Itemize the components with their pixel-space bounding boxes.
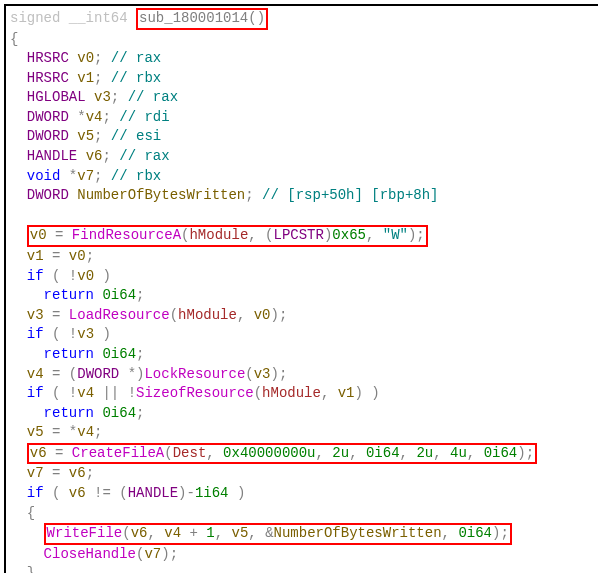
highlight-createfile: v6 = CreateFileA(Dest, 0x40000000u, 2u, … (27, 443, 537, 465)
stmt-if-v6: if ( v6 != (HANDLE)-1i64 ) (10, 484, 596, 504)
stmt-v5: v5 = *v4; (10, 423, 596, 443)
decompiled-code-block: signed __int64 sub_180001014() { HRSRC v… (4, 4, 598, 573)
return-type: signed __int64 (10, 10, 136, 26)
highlight-fn-name: sub_180001014() (136, 8, 268, 30)
stmt-v7: v7 = v6; (10, 464, 596, 484)
brace-open: { (10, 30, 596, 50)
inner-brace-close: } (10, 564, 596, 573)
stmt-findresource: v0 = FindResourceA(hModule, (LPCSTR)0x65… (10, 225, 596, 247)
fn-signature: signed __int64 sub_180001014() (10, 8, 596, 30)
decl-nbw: DWORD NumberOfBytesWritten; // [rsp+50h]… (10, 186, 596, 206)
highlight-writefile: WriteFile(v6, v4 + 1, v5, &NumberOfBytes… (44, 523, 512, 545)
decl-v6: HANDLE v6; // rax (10, 147, 596, 167)
decl-v3: HGLOBAL v3; // rax (10, 88, 596, 108)
stmt-if-v3: if ( !v3 ) (10, 325, 596, 345)
stmt-if-v4-size: if ( !v4 || !SizeofResource(hModule, v1)… (10, 384, 596, 404)
inner-brace-open: { (10, 504, 596, 524)
decl-v7: void *v7; // rbx (10, 167, 596, 187)
stmt-ret0-3: return 0i64; (10, 404, 596, 424)
stmt-loadresource: v3 = LoadResource(hModule, v0); (10, 306, 596, 326)
stmt-lockresource: v4 = (DWORD *)LockResource(v3); (10, 365, 596, 385)
stmt-ret0-2: return 0i64; (10, 345, 596, 365)
highlight-findresource: v0 = FindResourceA(hModule, (LPCSTR)0x65… (27, 225, 428, 247)
decl-v5: DWORD v5; // esi (10, 127, 596, 147)
blank-line (10, 206, 596, 226)
stmt-closehandle: CloseHandle(v7); (10, 545, 596, 565)
stmt-v1-v0: v1 = v0; (10, 247, 596, 267)
decl-v4: DWORD *v4; // rdi (10, 108, 596, 128)
fn-name: sub_180001014() (139, 10, 265, 26)
stmt-writefile: WriteFile(v6, v4 + 1, v5, &NumberOfBytes… (10, 523, 596, 545)
decl-v0: HRSRC v0; // rax (10, 49, 596, 69)
decl-v1: HRSRC v1; // rbx (10, 69, 596, 89)
stmt-ret0-1: return 0i64; (10, 286, 596, 306)
stmt-createfile: v6 = CreateFileA(Dest, 0x40000000u, 2u, … (10, 443, 596, 465)
stmt-if-v0: if ( !v0 ) (10, 267, 596, 287)
